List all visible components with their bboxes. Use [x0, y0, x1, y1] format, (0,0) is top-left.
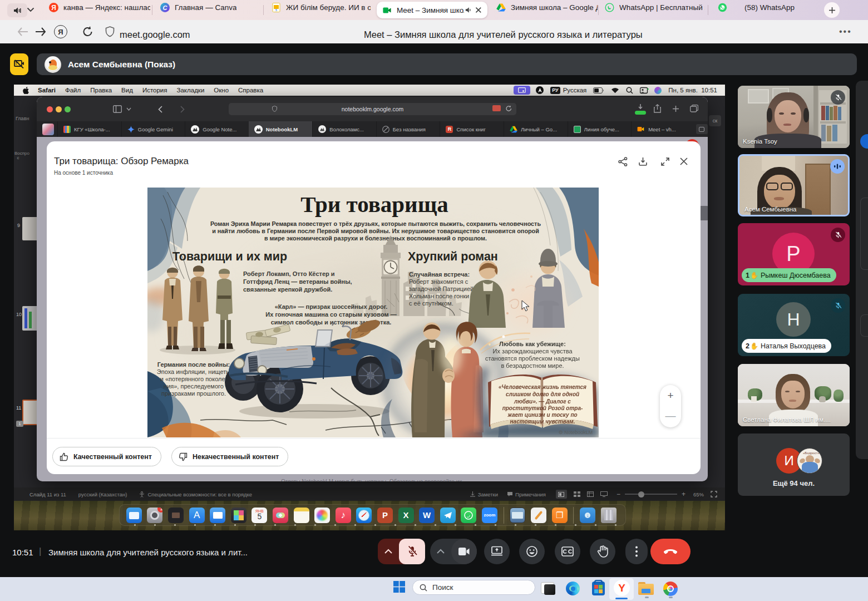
svg-text:с её спутником.: с её спутником. — [409, 300, 453, 307]
svg-text:Хрупкий роман: Хрупкий роман — [408, 250, 498, 263]
svg-text:настоящим чувствам.: настоящим чувствам. — [510, 418, 575, 425]
svg-text:Роберт знакомится с: Роберт знакомится с — [409, 278, 468, 285]
svg-text:«Человеческая жизнь тянется: «Человеческая жизнь тянется — [499, 384, 586, 390]
svg-text:Их гоночная машина со старым к: Их гоночная машина со старым кузовом — — [265, 311, 396, 318]
svg-text:Германия после войны:: Германия после войны: — [157, 361, 230, 368]
svg-text:призраками прошлого.: призраками прошлого. — [161, 390, 226, 397]
svg-text:Эпоха инфляции, нищеты: Эпоха инфляции, нищеты — [157, 368, 230, 375]
svg-text:5: 5 — [275, 8, 277, 12]
svg-text:жает цинизм и тоску по: жает цинизм и тоску по — [507, 412, 577, 418]
svg-text:проституткой Розой отра-: проституткой Розой отра- — [502, 405, 583, 411]
svg-text:ния», преследуемого: ния», преследуемого — [164, 383, 224, 390]
svg-text:Любовь как убежище:: Любовь как убежище: — [499, 341, 566, 347]
svg-text:связанные крепкой дружбой.: связанные крепкой дружбой. — [243, 286, 332, 293]
svg-text:Готтфрид Ленц — ветераны войны: Готтфрид Ленц — ветераны войны, — [243, 278, 352, 285]
svg-text:в мире экономической разрухи и: в мире экономической разрухи и болезненн… — [264, 235, 487, 242]
svg-text:в безрадостном мире.: в безрадостном мире. — [501, 362, 564, 369]
svg-text:Товарищи и их мир: Товарищи и их мир — [172, 250, 287, 263]
svg-text:«Карл» — призрак шоссейных дор: «Карл» — призрак шоссейных дорог. — [275, 303, 388, 310]
svg-text:становятся проблеском надежды: становятся проблеском надежды — [485, 355, 580, 362]
svg-text:слишком долго для одной: слишком долго для одной — [506, 391, 579, 397]
svg-text:Роман Эриха Марии Ремарка пове: Роман Эриха Марии Ремарка повествует о т… — [210, 220, 541, 227]
svg-text:загадочной Патрицией: загадочной Патрицией — [409, 285, 474, 292]
svg-text:⚙ NotebookLM: ⚙ NotebookLM — [558, 430, 593, 435]
svg-text:Случайная встреча:: Случайная встреча: — [409, 271, 470, 278]
svg-text:любви». — Диалог с: любви». — Диалог с — [514, 398, 571, 405]
svg-text:Три товарища: Три товарища — [300, 191, 448, 217]
svg-text:Хольман после гонки: Хольман после гонки — [409, 293, 469, 299]
svg-text:Роберт Локамп, Отто Кёстер и: Роберт Локамп, Отто Кёстер и — [243, 270, 335, 277]
svg-text:и «потерянного поколе-: и «потерянного поколе- — [160, 376, 228, 382]
svg-text:и найти любовь в Германии посл: и найти любовь в Германии после Первой м… — [212, 228, 539, 234]
svg-text:Их зарождающиеся чувства: Их зарождающиеся чувства — [492, 348, 573, 354]
